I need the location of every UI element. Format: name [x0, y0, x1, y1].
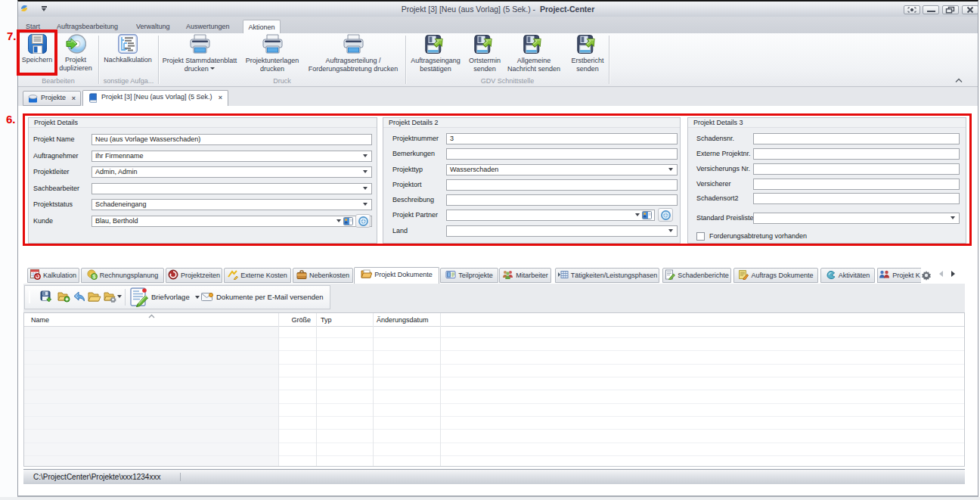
svg-text:$: $ [92, 274, 95, 279]
